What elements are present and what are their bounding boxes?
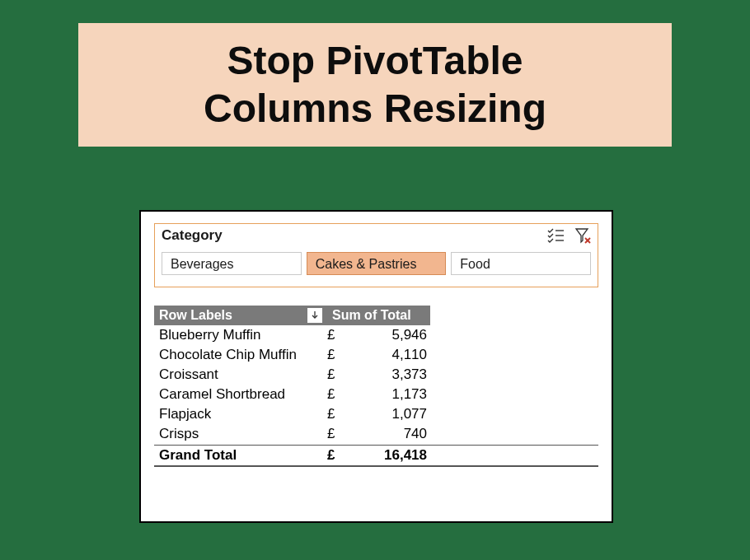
row-label: Flapjack — [159, 406, 327, 422]
slicer-item-beverages[interactable]: Beverages — [162, 252, 302, 275]
title-text: Stop PivotTable Columns Resizing — [204, 37, 546, 132]
slicer-icon-group — [546, 227, 591, 244]
header-sum-of-total[interactable]: Sum of Total — [327, 306, 430, 325]
currency-symbol: £ — [327, 386, 348, 403]
row-value: 1,077 — [348, 406, 430, 422]
pivot-body: Blueberry Muffin £ 5,946 Chocolate Chip … — [154, 325, 598, 467]
table-row: Flapjack £ 1,077 — [154, 404, 598, 424]
row-value: 740 — [348, 426, 430, 442]
row-value: 1,173 — [348, 386, 430, 403]
pivot-header-row: Row Labels Sum of Total — [154, 306, 598, 325]
title-banner: Stop PivotTable Columns Resizing — [78, 23, 672, 147]
slicer-item-cakes-pastries[interactable]: Cakes & Pastries — [307, 252, 447, 275]
grand-total-label: Grand Total — [159, 447, 327, 464]
pivot-table: Row Labels Sum of Total Blueberry Muffin… — [154, 306, 598, 467]
pivot-panel: Category — [139, 210, 613, 523]
currency-symbol: £ — [327, 366, 348, 383]
sort-dropdown-icon[interactable] — [307, 308, 322, 323]
header-row-labels[interactable]: Row Labels — [154, 306, 327, 325]
row-label: Blueberry Muffin — [159, 327, 327, 343]
multiselect-icon[interactable] — [546, 228, 565, 243]
slicer-header: Category — [155, 224, 598, 252]
grand-total-row: Grand Total £ 16,418 — [154, 445, 598, 467]
title-line-1: Stop PivotTable — [227, 39, 523, 82]
grand-total-value: 16,418 — [348, 447, 430, 464]
currency-symbol: £ — [327, 406, 348, 422]
title-line-2: Columns Resizing — [204, 86, 546, 130]
category-slicer: Category — [154, 223, 598, 287]
currency-symbol: £ — [327, 347, 348, 363]
clear-filter-icon[interactable] — [574, 227, 591, 244]
table-row: Caramel Shortbread £ 1,173 — [154, 385, 598, 404]
table-row: Blueberry Muffin £ 5,946 — [154, 325, 598, 345]
currency-symbol: £ — [327, 447, 348, 464]
table-row: Croissant £ 3,373 — [154, 365, 598, 385]
row-label: Croissant — [159, 366, 327, 383]
row-label: Crisps — [159, 426, 327, 442]
row-value: 3,373 — [348, 366, 430, 383]
row-value: 4,110 — [348, 347, 430, 363]
slicer-title: Category — [162, 227, 546, 244]
table-row: Crisps £ 740 — [154, 424, 598, 445]
header-row-labels-text: Row Labels — [159, 308, 232, 323]
slicer-buttons: Beverages Cakes & Pastries Food — [155, 252, 598, 275]
slicer-item-food[interactable]: Food — [451, 252, 591, 275]
row-value: 5,946 — [348, 327, 430, 343]
table-row: Chocolate Chip Muffin £ 4,110 — [154, 345, 598, 365]
currency-symbol: £ — [327, 327, 348, 343]
currency-symbol: £ — [327, 426, 348, 442]
row-label: Chocolate Chip Muffin — [159, 347, 327, 363]
row-label: Caramel Shortbread — [159, 386, 327, 403]
